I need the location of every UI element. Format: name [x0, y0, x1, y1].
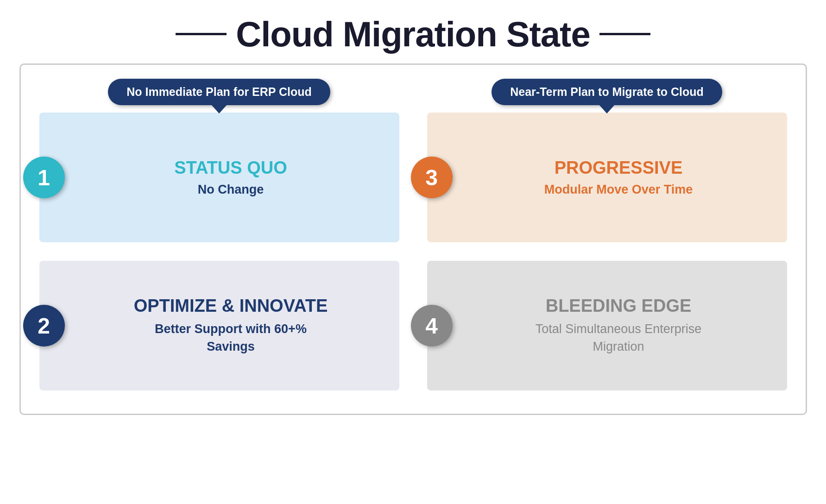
card-wrapper-3: Near-Term Plan to Migrate to Cloud 3 PRO…: [427, 79, 787, 242]
card-4-title: BLEEDING EDGE: [546, 296, 692, 316]
main-grid: No Immediate Plan for ERP Cloud 1 STATUS…: [39, 79, 787, 391]
card-4-content: BLEEDING EDGE Total Simultaneous Enterpr…: [478, 296, 759, 356]
card-3-subtitle: Modular Move Over Time: [544, 183, 693, 197]
badge-2-number: 2: [38, 313, 50, 339]
card-2: 2 OPTIMIZE & INNOVATE Better Support wit…: [39, 261, 399, 391]
badge-3-number: 3: [425, 165, 438, 190]
card-1-content: STATUS QUO No Change: [90, 158, 372, 197]
card-1: 1 STATUS QUO No Change: [39, 113, 399, 242]
bubble-left-arrow: [211, 104, 227, 113]
bubble-right-label: Near-Term Plan to Migrate to Cloud: [510, 85, 704, 98]
bubble-header-left: No Immediate Plan for ERP Cloud: [39, 79, 399, 105]
badge-1: 1: [23, 157, 65, 198]
bubble-right: Near-Term Plan to Migrate to Cloud: [492, 79, 722, 105]
card-1-title: STATUS QUO: [174, 158, 287, 178]
page-title: Cloud Migration State: [236, 14, 590, 54]
card-3-content: PROGRESSIVE Modular Move Over Time: [478, 158, 759, 197]
bubble-left-label: No Immediate Plan for ERP Cloud: [126, 85, 312, 98]
title-line-left: [176, 33, 227, 35]
badge-4-number: 4: [425, 313, 438, 339]
card-2-content: OPTIMIZE & INNOVATE Better Support with …: [90, 296, 372, 356]
bubble-left: No Immediate Plan for ERP Cloud: [108, 79, 330, 105]
bubble-right-arrow: [599, 104, 615, 113]
badge-4: 4: [411, 305, 453, 346]
card-2-title: OPTIMIZE & INNOVATE: [134, 296, 328, 316]
card-4: 4 BLEEDING EDGE Total Simultaneous Enter…: [427, 261, 787, 391]
badge-2: 2: [23, 305, 65, 346]
card-wrapper-2: 2 OPTIMIZE & INNOVATE Better Support wit…: [39, 261, 399, 391]
page-title-wrapper: Cloud Migration State: [176, 14, 650, 54]
badge-3: 3: [411, 157, 453, 198]
badge-1-number: 1: [38, 165, 50, 190]
card-1-subtitle: No Change: [198, 183, 264, 197]
card-wrapper-4: 4 BLEEDING EDGE Total Simultaneous Enter…: [427, 261, 787, 391]
card-3: 3 PROGRESSIVE Modular Move Over Time: [427, 113, 787, 242]
card-2-subtitle: Better Support with 60+% Savings: [138, 321, 323, 356]
title-line-right: [599, 33, 650, 35]
card-wrapper-1: No Immediate Plan for ERP Cloud 1 STATUS…: [39, 79, 399, 242]
bubble-header-right: Near-Term Plan to Migrate to Cloud: [427, 79, 787, 105]
card-4-subtitle: Total Simultaneous Enterprise Migration: [526, 321, 711, 356]
outer-frame: No Immediate Plan for ERP Cloud 1 STATUS…: [19, 63, 807, 415]
card-3-title: PROGRESSIVE: [555, 158, 683, 178]
